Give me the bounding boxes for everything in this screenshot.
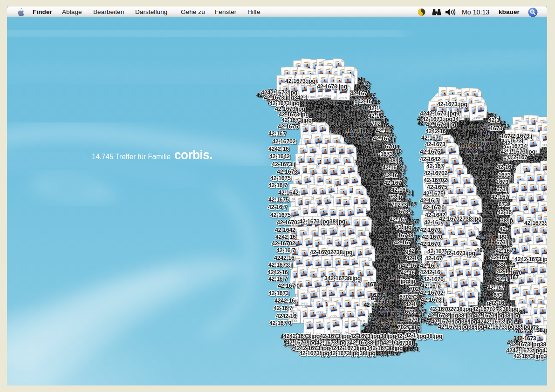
svg-text:42-1: 42-1	[405, 332, 416, 338]
svg-text:42-1673.jpg: 42-1673.jpg	[437, 101, 467, 108]
svg-text:42-167 0: 42-167 0	[423, 204, 445, 211]
svg-text:42-1673.jpg38.jpg: 42-1673.jpg38.jpg	[510, 341, 547, 348]
svg-text:jpg.: jpg.	[498, 233, 508, 239]
svg-text:42-16: 42-16	[391, 187, 406, 193]
svg-text:673: 673	[408, 317, 418, 323]
svg-text:16738: 16738	[398, 232, 414, 239]
svg-text:670273: 670273	[371, 295, 389, 302]
svg-text:42-: 42-	[504, 140, 512, 147]
svg-text:42-1673: 42-1673	[425, 141, 445, 148]
svg-text:1673.: 1673.	[367, 281, 381, 288]
svg-text:42-16702738.jpg42-1673.jpg38.j: 42-16702738.jpg42-1673.jpg38.jpg	[430, 306, 519, 312]
svg-text:42-1: 42-1	[496, 277, 507, 283]
svg-text:1673: 1673	[496, 179, 508, 185]
svg-text:-167: -167	[499, 133, 510, 140]
svg-text:42-16 7: 42-16 7	[268, 204, 287, 210]
svg-text:42-167 0: 42-167 0	[278, 283, 300, 289]
svg-text:42-16702738.jpg: 42-16702738.jpg	[439, 216, 481, 222]
svg-text:42-1675: 42-1675	[427, 184, 447, 190]
svg-text:42-1: 42-1	[376, 128, 387, 134]
svg-text:-1673.: -1673.	[378, 151, 394, 157]
svg-text:42-16 7: 42-16 7	[421, 283, 440, 289]
svg-text:4242-16: 4242-16	[420, 269, 440, 276]
svg-text:42-167: 42-167	[487, 284, 505, 291]
svg-text:4242-1673.jpg: 4242-1673.jpg	[514, 256, 547, 263]
svg-text:42-1675: 42-1675	[270, 175, 291, 182]
svg-text:42-1642: 42-1642	[278, 189, 299, 196]
svg-text:42-1673.j: 42-1673.j	[421, 297, 444, 303]
svg-text:42-1673: 42-1673	[268, 290, 289, 297]
svg-text:42-1673.jpg38.jpg42-1673.jpg38: 42-1673.jpg38.jpg42-1673.jpg38.jpg	[428, 312, 520, 319]
svg-text:42-167: 42-167	[394, 239, 411, 246]
svg-text:702: 702	[410, 286, 419, 292]
svg-text:42-16: 42-16	[498, 209, 512, 216]
svg-text:42-1673.j: 42-1673.j	[272, 161, 295, 168]
svg-text:6702: 6702	[482, 141, 494, 147]
svg-text:42-1673.jpg38.jpg: 42-1673.jpg38.jpg	[299, 218, 345, 225]
svg-text:73.jpg: 73.jpg	[396, 224, 411, 230]
svg-text:42-167: 42-167	[425, 255, 442, 262]
svg-text:42-167: 42-167	[390, 216, 407, 223]
svg-text:42-1670: 42-1670	[423, 276, 444, 283]
svg-text:42-1673.jpg38.jpg42-1673.jpg38: 42-1673.jpg38.jpg42-1673.jpg38.jpg	[438, 324, 530, 330]
svg-text:673.j: 673.j	[496, 239, 508, 246]
svg-text:42-16 7: 42-16 7	[268, 182, 288, 189]
svg-text:42-1673.jpg42-1673.jpg38.jpg: 42-1673.jpg42-1673.jpg38.jpg	[299, 350, 376, 357]
svg-text:42-16702: 42-16702	[420, 290, 444, 296]
svg-text:42-1675: 42-1675	[268, 196, 289, 203]
svg-text:670: 670	[385, 143, 394, 150]
svg-text:4242-16: 4242-16	[267, 269, 288, 276]
svg-text:42-1673 jpg: 42-1673 jpg	[426, 122, 456, 128]
svg-text:42-1: 42-1	[406, 255, 417, 262]
svg-text:jpg.jp: jpg.jp	[400, 278, 415, 284]
svg-text:702738: 702738	[397, 324, 416, 331]
svg-text:42-1675: 42-1675	[423, 190, 444, 197]
svg-text:42-16: 42-16	[384, 172, 398, 179]
svg-text:38.jp: 38.jp	[500, 217, 514, 224]
svg-text:702: 702	[371, 121, 381, 127]
svg-text:42-1670: 42-1670	[420, 241, 440, 247]
svg-text:42-1: 42-1	[500, 149, 512, 155]
svg-text:4242-16: 4242-16	[274, 255, 295, 261]
svg-text:42-16 7: 42-16 7	[268, 276, 288, 282]
svg-text:42-1673.jpg38.jpg: 42-1673.jpg38.jpg	[514, 353, 547, 359]
svg-text:342-1673: 342-1673	[514, 335, 536, 342]
svg-text:42-167: 42-167	[384, 180, 401, 186]
svg-text:42-16 7: 42-16 7	[274, 305, 293, 311]
svg-text:42-16: 42-16	[497, 164, 512, 170]
svg-text:42-1642: 42-1642	[420, 156, 440, 162]
svg-text:42-167: 42-167	[491, 254, 508, 261]
svg-text:4242-16: 4242-16	[276, 313, 296, 319]
svg-text:g42: g42	[405, 248, 415, 254]
svg-text:38.j: 38.j	[389, 157, 398, 164]
svg-text:673: 673	[493, 292, 503, 298]
svg-text:42-167: 42-167	[491, 194, 508, 200]
svg-text:73.jp: 73.jp	[390, 194, 403, 200]
svg-text:42-1642: 42-1642	[269, 153, 290, 160]
svg-text:g42-16: g42-16	[354, 98, 372, 105]
svg-text:70273: 70273	[391, 202, 407, 208]
svg-text:42-16702738.jpg: 42-16702738.jpg	[310, 249, 352, 256]
svg-text:42-16702: 42-16702	[424, 170, 448, 176]
svg-text:4242-16: 4242-16	[268, 146, 289, 152]
svg-text:6702: 6702	[466, 148, 478, 155]
svg-text:673.: 673.	[399, 209, 410, 215]
svg-text:42-16702: 42-16702	[272, 240, 295, 247]
svg-text:42-: 42-	[500, 226, 507, 232]
svg-text:42-1642: 42-1642	[275, 227, 295, 233]
svg-text:4242-16: 4242-16	[425, 128, 446, 135]
svg-text:4242-16: 4242-16	[275, 234, 296, 240]
svg-text:42-16 7: 42-16 7	[276, 247, 295, 254]
svg-text:4242-16: 4242-16	[274, 297, 295, 304]
svg-text:1673.: 1673.	[498, 172, 512, 178]
svg-text:42-16 7: 42-16 7	[420, 263, 439, 269]
svg-text:42-167: 42-167	[373, 135, 390, 142]
svg-text:42-16702: 42-16702	[424, 177, 447, 183]
svg-text:42-16702: 42-16702	[277, 219, 301, 226]
svg-text:42-1673.jpg: 42-1673.jpg	[285, 78, 315, 84]
svg-text:42-1673.jpg: 42-1673.jpg	[524, 220, 547, 226]
svg-text:42-1675: 42-1675	[270, 212, 291, 218]
svg-text:1673: 1673	[375, 322, 387, 328]
svg-text:42-1673.: 42-1673.	[364, 302, 385, 308]
svg-text:42-1675: 42-1675	[278, 123, 298, 130]
